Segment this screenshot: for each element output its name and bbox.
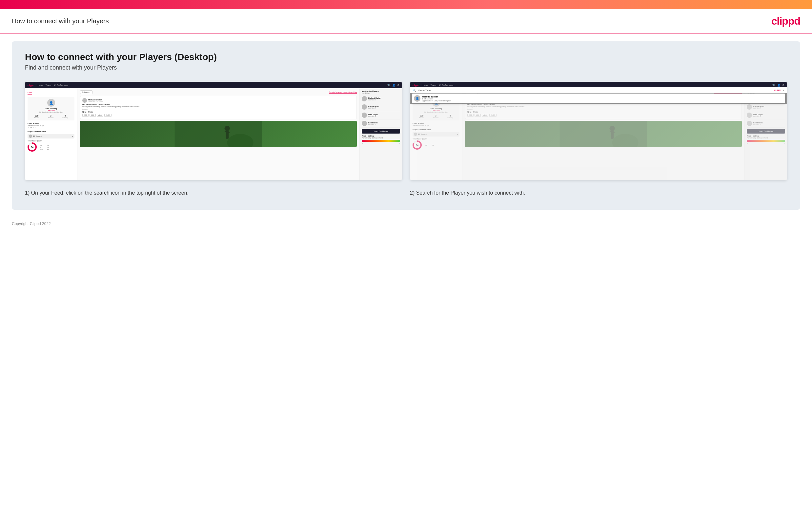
pl-name-2: Piers Parnell (368, 105, 379, 107)
captions-row: 1) On your Feed, click on the search ico… (25, 189, 787, 197)
settings-icon[interactable]: ⚙ (397, 84, 399, 87)
activity-image-2 (465, 121, 742, 147)
pl2-info-4: Eli Vincent Activities: 1 (753, 122, 762, 125)
nav2-link-teams[interactable]: Teams (431, 84, 436, 86)
perf-val-app: 70 (47, 146, 50, 148)
nav-link-performance[interactable]: My Performance (54, 84, 68, 86)
result-name: Marcus Turner (422, 95, 451, 98)
player-selector-name: Eli Vincent (33, 135, 42, 137)
player-selector-2: Eli Vincent ▾ (413, 132, 460, 136)
stat-activities-num: 129 (34, 115, 39, 117)
shot-tags: OTT APP ARG PUTT (82, 114, 354, 117)
result-avatar: 👤 (414, 95, 420, 102)
stat-activities: 129 Activities (34, 115, 39, 119)
tag2-arg: ARG (482, 114, 488, 117)
stat2-activities-num: 129 (419, 115, 424, 117)
pl-avatar-3 (362, 113, 367, 118)
search-result-card[interactable]: 👤 Marcus Turner 1-5 Handicap Cypress Poi… (412, 93, 785, 103)
perf-bar-app: APP 70 (40, 146, 50, 148)
pl2-avatar-2 (747, 104, 752, 110)
copyright: Copyright Clippd 2022 (12, 221, 51, 226)
pl-avatar-4 (362, 121, 367, 126)
search-query[interactable]: Marcus Turner (418, 89, 772, 92)
page-title: How to connect with your Players (12, 17, 109, 25)
perf-bar-ott: OTT 79 (40, 144, 50, 146)
perf-label-arg: ARG (40, 148, 46, 150)
stat2-following-num: 4 (448, 115, 453, 117)
tag-arg: ARG (97, 114, 103, 117)
player-perf-section: Player Performance Eli Vincent ▾ Total P… (28, 131, 75, 152)
search-icon[interactable]: 🔍 (387, 84, 391, 87)
control-link[interactable]: Control who can see your activity and da… (329, 92, 357, 93)
feed-tab[interactable]: Feed (28, 92, 32, 95)
app-nav-icons: 🔍 👤 ⚙ (387, 84, 399, 87)
search-bar: 🔍 Marcus Turner CLEAR × (410, 87, 787, 93)
quality-label: Total Player Quality (28, 140, 75, 142)
stat-followers: 3 Followers (48, 115, 53, 119)
latest-activity-label: Latest Activity (28, 122, 75, 124)
nav2-link-performance[interactable]: My Performance (439, 84, 453, 86)
tag2-app: APP (475, 114, 481, 117)
tag-ott: OTT (82, 114, 89, 117)
activity-text-2: Afternoon round of golf (413, 125, 460, 127)
search-close-btn[interactable]: × (783, 89, 784, 92)
search-clear-btn[interactable]: CLEAR (774, 89, 781, 91)
heatmap-bar (362, 140, 400, 142)
app-body-1: Feed 👤 Blair McHarg Golf Coach Mill Ride… (25, 88, 402, 180)
tag2-ott: OTT (467, 114, 474, 117)
settings-icon-2[interactable]: ⚙ (782, 84, 784, 87)
nav-link-teams[interactable]: Teams (46, 84, 51, 86)
heatmap-labels-2: -5 +5 (747, 142, 785, 144)
perf-label-ott: OTT (40, 144, 46, 146)
stat-following-num: 4 (63, 115, 68, 117)
player-perf-title: Player Performance (28, 131, 75, 133)
stat2-followers-label: Followers (433, 117, 438, 119)
perf-val-arg: 65 (47, 148, 50, 150)
pl2-info-3: Hiral Pujara Activities: 3 (753, 114, 763, 117)
pl-name-1: Richard Butler (368, 97, 381, 99)
user-icon[interactable]: 👤 (392, 84, 395, 87)
app-nav-links-2: Home Teams My Performance (423, 84, 453, 86)
heatmap-labels: -5 +5 (362, 142, 400, 144)
nav-link-home[interactable]: Home (38, 84, 43, 86)
player-selector-avatar (29, 134, 32, 138)
caption-2: 2) Search for the Player you wish to con… (410, 189, 787, 197)
screenshots-row: clippd Home Teams My Performance 🔍 👤 ⚙ (25, 82, 787, 180)
score-circle: 84 (28, 142, 37, 152)
app-nav-icons-2: 🔍 👤 ⚙ (772, 84, 784, 87)
user-stats: 129 Activities 3 Followers 4 Following (30, 115, 73, 119)
activity-card: Richard Butler Yesterday · The Grove Pre… (80, 96, 357, 119)
user-club: Mill Ride Golf Club, United Kingdom (30, 112, 73, 113)
player-selector[interactable]: Eli Vincent ▾ (28, 134, 75, 138)
pl-sel-name-2: Eli Vincent (418, 133, 427, 135)
logo: clippd (771, 15, 800, 27)
team-heatmap-title-2: Team Heatmap (747, 135, 785, 137)
act-desc: Walking the course with my coach to buil… (82, 106, 354, 108)
pl-avatar-2 (362, 104, 367, 110)
following-button[interactable]: Following ▾ (80, 90, 93, 94)
left-panel-1: Feed 👤 Blair McHarg Golf Coach Mill Ride… (25, 88, 78, 180)
team-dashboard-btn-2: Team Dashboard (747, 129, 785, 134)
act-time: 02 hr : 00 min (82, 111, 354, 113)
shot-tags-2: OTT APP ARG PUTT (467, 114, 739, 117)
act-person-info: Richard Butler Yesterday · The Grove (88, 99, 103, 102)
pl-name-4: Eli Vincent (368, 122, 378, 124)
search-icon-2[interactable]: 🔍 (772, 84, 776, 87)
act-avatar (82, 98, 87, 103)
tag-putt: PUTT (104, 114, 111, 117)
team-dashboard-btn[interactable]: Team Dashboard (362, 129, 400, 134)
result-location: Cypress Point Club, United Kingdom (422, 100, 451, 102)
pl-info-3: Hiral Pujara Activities: 3 (368, 114, 378, 117)
nav2-link-home[interactable]: Home (423, 84, 428, 86)
heatmap2-label-high: +5 (783, 142, 785, 144)
stat2-following: 4 Following (448, 115, 453, 119)
list-item-2: Piers Parnell Activities: 4 (362, 104, 400, 111)
pl-info-1: Richard Butler Activities: 7 (368, 97, 381, 101)
list-item2-3: Hiral Pujara Activities: 3 (747, 113, 785, 120)
stat-activities-label: Activities (34, 117, 39, 119)
svg-point-2 (225, 126, 230, 131)
heatmap2-label-low: -5 (747, 142, 748, 144)
app-nav-logo: clippd (28, 84, 35, 86)
perf-bars: OTT 79 APP (40, 144, 50, 150)
user-icon-2[interactable]: 👤 (777, 84, 780, 87)
